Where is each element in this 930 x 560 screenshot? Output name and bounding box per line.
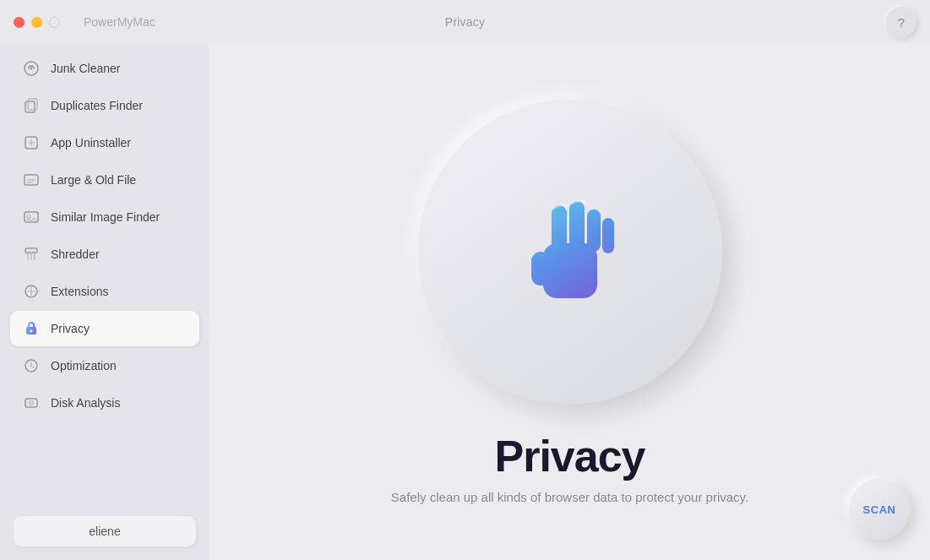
maximize-button[interactable] — [49, 17, 60, 28]
user-button[interactable]: eliene — [14, 516, 196, 546]
app-uninstaller-label: App Uninstaller — [51, 136, 131, 150]
main-layout: Junk Cleaner Duplicates Finder App Unins… — [0, 44, 930, 560]
duplicates-finder-label: Duplicates Finder — [51, 99, 143, 112]
sidebar-item-shredder[interactable]: Shredder — [10, 237, 199, 272]
page-subtitle: Safely clean up all kinds of browser dat… — [391, 490, 748, 504]
svg-point-11 — [30, 330, 33, 333]
shredder-icon — [22, 245, 41, 264]
sidebar-item-duplicates-finder[interactable]: Duplicates Finder — [10, 88, 199, 123]
svg-point-1 — [30, 68, 33, 70]
sidebar-item-large-old-file[interactable]: Large & Old File — [10, 162, 199, 198]
similar-image-finder-label: Similar Image Finder — [51, 210, 160, 224]
title-bar: PowerMyMac Privacy ? — [0, 0, 930, 44]
sidebar-item-privacy[interactable]: Privacy — [10, 311, 199, 346]
duplicates-finder-icon — [22, 96, 41, 115]
svg-rect-2 — [25, 101, 35, 112]
sidebar-footer: eliene — [10, 509, 199, 553]
privacy-label: Privacy — [51, 322, 90, 335]
traffic-lights — [14, 17, 60, 28]
disk-analysis-label: Disk Analysis — [51, 396, 120, 410]
shredder-label: Shredder — [51, 247, 100, 261]
sidebar-item-optimization[interactable]: Optimization — [10, 348, 199, 383]
svg-rect-21 — [602, 218, 614, 253]
main-circle — [418, 100, 722, 404]
sidebar: Junk Cleaner Duplicates Finder App Unins… — [0, 44, 209, 560]
extensions-label: Extensions — [51, 285, 108, 298]
svg-point-7 — [27, 215, 30, 218]
close-button[interactable] — [14, 17, 24, 28]
large-old-file-icon — [22, 171, 41, 189]
app-name: PowerMyMac — [84, 15, 155, 29]
hand-icon — [519, 197, 621, 307]
svg-rect-20 — [587, 209, 601, 252]
optimization-icon — [22, 356, 41, 375]
svg-point-15 — [30, 402, 32, 404]
help-button[interactable]: ? — [886, 7, 916, 37]
sidebar-item-junk-cleaner[interactable]: Junk Cleaner — [10, 51, 199, 86]
large-old-file-label: Large & Old File — [51, 173, 136, 187]
privacy-icon — [22, 319, 41, 338]
svg-rect-18 — [552, 205, 567, 252]
window-title: Privacy — [445, 15, 485, 29]
minimize-button[interactable] — [31, 17, 42, 28]
svg-rect-19 — [569, 201, 585, 250]
app-uninstaller-icon — [22, 133, 41, 152]
sidebar-item-similar-image-finder[interactable]: Similar Image Finder — [10, 199, 199, 235]
junk-cleaner-label: Junk Cleaner — [51, 62, 121, 75]
disk-analysis-icon — [22, 394, 41, 412]
sidebar-item-disk-analysis[interactable]: Disk Analysis — [10, 385, 199, 421]
extensions-icon — [22, 282, 41, 301]
page-title: Privacy — [494, 431, 644, 481]
sidebar-item-app-uninstaller[interactable]: App Uninstaller — [10, 125, 199, 160]
svg-rect-3 — [28, 99, 37, 110]
content-area: Privacy Safely clean up all kinds of bro… — [209, 44, 930, 560]
sidebar-item-extensions[interactable]: Extensions — [10, 274, 199, 309]
scan-button[interactable]: SCAN — [849, 479, 910, 540]
similar-image-finder-icon — [22, 208, 41, 226]
svg-rect-16 — [543, 243, 597, 298]
svg-rect-17 — [531, 252, 550, 285]
junk-cleaner-icon — [22, 59, 41, 78]
optimization-label: Optimization — [51, 359, 117, 372]
